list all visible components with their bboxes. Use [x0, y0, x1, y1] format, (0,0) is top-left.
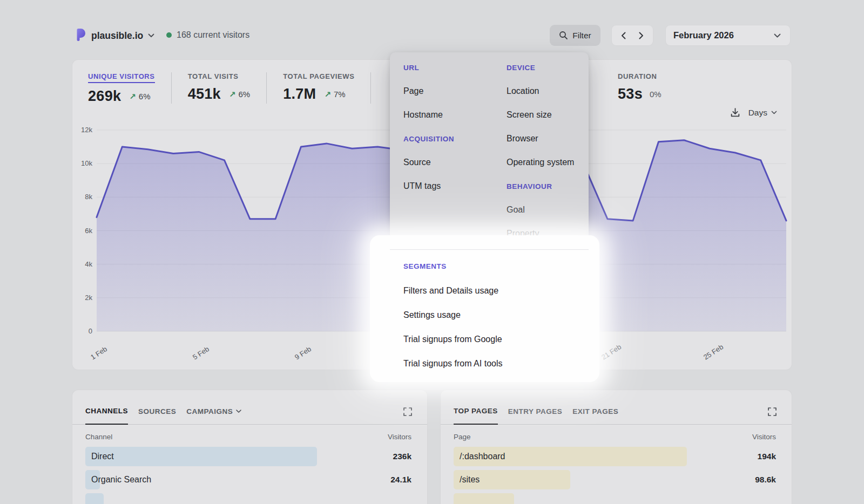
table-row[interactable]: [454, 493, 776, 504]
row-name: Organic Search: [85, 475, 151, 484]
filter-menu-column-right: DEVICELocationScreen sizeBrowserOperatin…: [507, 56, 588, 246]
tab-channels[interactable]: CHANNELS: [85, 407, 128, 425]
tab-exit-pages[interactable]: EXIT PAGES: [572, 407, 618, 424]
filter-section-title-url: URL: [403, 56, 501, 79]
pages-tabs-row: TOP PAGESENTRY PAGESEXIT PAGES: [441, 390, 792, 425]
channels-tabs: CHANNELSSOURCESCAMPAIGNS: [85, 407, 241, 424]
site-name: plausible.io: [91, 30, 143, 42]
row-name: /:dashboard: [454, 452, 505, 461]
filter-dropdown-menu: URLPageHostnameACQUISITIONSourceUTM tags…: [390, 52, 589, 240]
pages-tabs: TOP PAGESENTRY PAGESEXIT PAGES: [454, 407, 618, 424]
y-axis-label: 8k: [72, 193, 92, 201]
y-axis-label: 12k: [72, 126, 92, 134]
filter-item-hostname[interactable]: Hostname: [403, 103, 501, 127]
filter-button-label: Filter: [572, 31, 591, 40]
segments-section-title: SEGMENTS: [403, 254, 590, 278]
expand-icon: [767, 407, 777, 417]
tab-sources[interactable]: SOURCES: [138, 407, 176, 424]
row-value: 98.6k: [755, 470, 776, 489]
table-row[interactable]: /:dashboard194k: [454, 447, 776, 466]
tab-top-pages[interactable]: TOP PAGES: [454, 407, 498, 425]
segment-item-trial-signups-from-ai-tools[interactable]: Trial signups from AI tools: [403, 351, 590, 376]
filter-item-browser[interactable]: Browser: [507, 127, 588, 151]
channels-table-header: Channel Visitors: [72, 433, 427, 441]
column-page: Page: [454, 433, 471, 441]
row-name: /sites: [454, 475, 480, 484]
channels-panel: CHANNELSSOURCESCAMPAIGNS Channel Visitor…: [72, 390, 428, 504]
row-name: [85, 498, 91, 504]
chevron-down-icon: [774, 33, 781, 38]
search-icon: [559, 31, 568, 40]
y-axis-label: 2k: [72, 294, 92, 302]
plausible-dashboard: plausible.io 168 current visitors Filter…: [0, 0, 864, 504]
y-axis-label: 6k: [72, 227, 92, 235]
tab-entry-pages[interactable]: ENTRY PAGES: [508, 407, 563, 424]
column-visitors: Visitors: [388, 433, 411, 441]
chevron-left-icon: [621, 32, 626, 39]
tab-label: CHANNELS: [85, 407, 128, 415]
channels-tabs-row: CHANNELSSOURCESCAMPAIGNS: [72, 390, 427, 425]
segment-item-filters-and-details-usage[interactable]: Filters and Details usage: [403, 278, 590, 303]
segment-item-trial-signups-from-google[interactable]: Trial signups from Google: [403, 327, 590, 351]
row-value: 236k: [393, 447, 411, 466]
y-axis-label: 10k: [72, 159, 92, 167]
tab-label: EXIT PAGES: [572, 407, 618, 416]
next-period-button[interactable]: [634, 30, 648, 42]
expand-button[interactable]: [767, 407, 777, 418]
filter-item-screen-size[interactable]: Screen size: [507, 103, 588, 127]
value-bar: [454, 493, 514, 504]
expand-button[interactable]: [403, 407, 413, 418]
chevron-right-icon: [639, 32, 644, 39]
filter-section-title-acquisition: ACQUISITION: [403, 127, 501, 151]
pages-table: /:dashboard194k/sites98.6k: [441, 447, 792, 504]
table-row[interactable]: Direct236k: [85, 447, 411, 466]
plausible-logo-icon: [75, 28, 86, 43]
table-row[interactable]: /sites98.6k: [454, 470, 776, 489]
value-bar: [85, 447, 317, 466]
segment-item-settings-usage[interactable]: Settings usage: [403, 303, 590, 327]
divider: [390, 249, 589, 250]
filter-item-location[interactable]: Location: [507, 79, 588, 103]
period-selector[interactable]: February 2026: [665, 25, 791, 46]
tab-label: TOP PAGES: [454, 407, 498, 415]
tab-label: ENTRY PAGES: [508, 407, 563, 416]
y-axis-label: 4k: [72, 260, 92, 268]
filter-item-source[interactable]: Source: [403, 151, 501, 174]
period-nav: [611, 25, 653, 46]
filter-item-operating-system[interactable]: Operating system: [507, 151, 588, 174]
tab-label: CAMPAIGNS: [186, 407, 233, 416]
table-row[interactable]: [85, 493, 411, 504]
pages-panel: TOP PAGESENTRY PAGESEXIT PAGES Page Visi…: [440, 390, 792, 504]
tab-label: SOURCES: [138, 407, 176, 416]
filter-section-title-behaviour: BEHAVIOUR: [507, 174, 588, 198]
segments-section: SEGMENTSFilters and Details usageSetting…: [403, 254, 590, 376]
previous-period-button[interactable]: [617, 30, 630, 42]
current-visitors-badge[interactable]: 168 current visitors: [166, 30, 249, 40]
filter-section-title-device: DEVICE: [507, 56, 588, 79]
segments-spotlight: SEGMENTSFilters and Details usageSetting…: [370, 235, 599, 382]
site-switcher[interactable]: plausible.io: [75, 28, 154, 43]
row-name: Direct: [85, 452, 114, 461]
y-axis-label: 0: [72, 327, 92, 335]
current-visitors-label: 168 current visitors: [177, 30, 249, 40]
filter-item-goal[interactable]: Goal: [507, 198, 588, 222]
live-indicator-dot: [166, 32, 172, 38]
filter-menu-column-left: URLPageHostnameACQUISITIONSourceUTM tags: [403, 56, 501, 198]
chevron-down-icon: [148, 33, 154, 38]
pages-table-header: Page Visitors: [441, 433, 792, 441]
column-visitors: Visitors: [752, 433, 776, 441]
chevron-down-icon: [236, 410, 241, 413]
filter-item-page[interactable]: Page: [403, 79, 501, 103]
row-value: 24.1k: [390, 470, 411, 489]
tab-campaigns[interactable]: CAMPAIGNS: [186, 407, 241, 424]
row-name: [454, 498, 460, 504]
channels-table: Direct236kOrganic Search24.1k: [72, 447, 427, 504]
column-channel: Channel: [85, 433, 112, 441]
expand-icon: [403, 407, 413, 417]
filter-button[interactable]: Filter: [550, 25, 600, 46]
period-selector-label: February 2026: [673, 30, 734, 40]
row-value: 194k: [758, 447, 776, 466]
filter-item-utm-tags[interactable]: UTM tags: [403, 174, 501, 198]
table-row[interactable]: Organic Search24.1k: [85, 470, 411, 489]
